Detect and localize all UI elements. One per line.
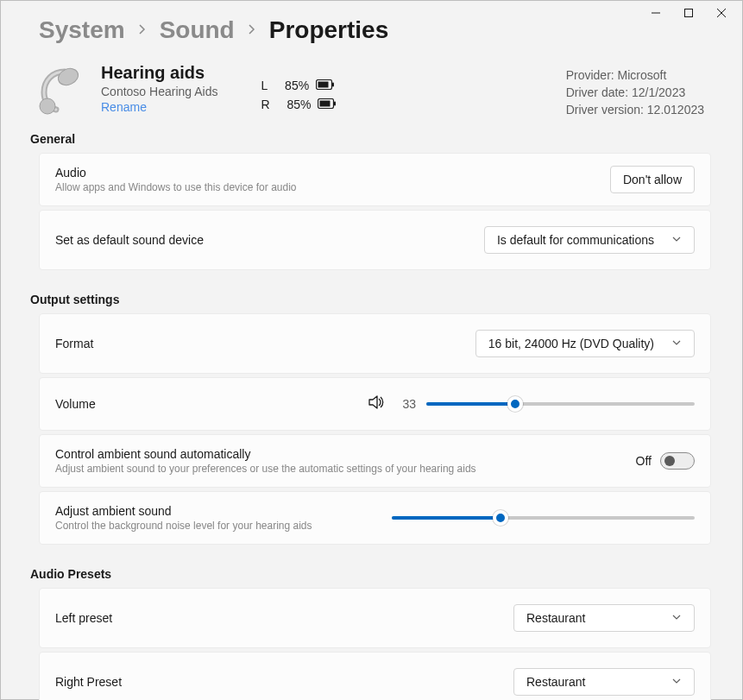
driver-date: Driver date: 12/1/2023 bbox=[566, 85, 704, 99]
breadcrumb: System Sound Properties bbox=[39, 16, 711, 44]
svg-rect-10 bbox=[320, 101, 331, 107]
battery-right-label: R bbox=[261, 98, 269, 111]
ambient-adjust-title: Adjust ambient sound bbox=[55, 504, 392, 518]
ambient-auto-toggle[interactable] bbox=[660, 452, 695, 470]
battery-left-label: L bbox=[261, 79, 268, 92]
maximize-button[interactable] bbox=[673, 1, 704, 25]
window: System Sound Properties Hearing aids bbox=[0, 0, 743, 700]
breadcrumb-sound[interactable]: Sound bbox=[160, 16, 235, 44]
chevron-right-icon bbox=[137, 22, 148, 38]
ambient-adjust-card: Adjust ambient sound Control the backgro… bbox=[39, 491, 711, 545]
section-presets-title: Audio Presets bbox=[30, 567, 711, 581]
left-preset-select[interactable]: Restaurant bbox=[513, 604, 695, 632]
minimize-button[interactable] bbox=[640, 1, 671, 25]
right-preset-value: Restaurant bbox=[526, 675, 585, 689]
default-device-card: Set as default sound device Is default f… bbox=[39, 210, 711, 270]
default-device-value: Is default for communications bbox=[497, 233, 654, 247]
chevron-down-icon bbox=[671, 337, 682, 350]
volume-card: Volume 33 bbox=[39, 377, 711, 431]
default-device-title: Set as default sound device bbox=[55, 233, 484, 247]
chevron-down-icon bbox=[671, 611, 682, 625]
right-preset-title: Right Preset bbox=[55, 675, 513, 689]
right-preset-select[interactable]: Restaurant bbox=[513, 668, 695, 696]
battery-icon bbox=[318, 98, 337, 111]
audio-card: Audio Allow apps and Windows to use this… bbox=[39, 153, 711, 206]
audio-title: Audio bbox=[55, 166, 610, 180]
device-name: Hearing aids bbox=[101, 63, 217, 83]
right-preset-card: Right Preset Restaurant bbox=[39, 652, 711, 700]
driver-version: Driver version: 12.012023 bbox=[566, 103, 704, 117]
breadcrumb-system[interactable]: System bbox=[39, 16, 125, 44]
audio-subtitle: Allow apps and Windows to use this devic… bbox=[55, 181, 610, 193]
volume-value: 33 bbox=[395, 397, 416, 411]
volume-slider[interactable] bbox=[426, 395, 695, 413]
left-preset-title: Left preset bbox=[55, 611, 513, 625]
format-value: 16 bit, 24000 Hz (DVD Quality) bbox=[488, 337, 654, 350]
titlebar bbox=[635, 1, 742, 25]
battery-status: L 85% R 85% bbox=[261, 79, 337, 111]
svg-rect-11 bbox=[334, 102, 336, 106]
default-device-select[interactable]: Is default for communications bbox=[484, 226, 695, 254]
device-brand: Contoso Hearing Aids bbox=[101, 85, 217, 98]
chevron-down-icon bbox=[671, 675, 682, 689]
hearing-aid-icon bbox=[32, 65, 84, 117]
section-output-title: Output settings bbox=[30, 293, 711, 306]
battery-left-value: 85% bbox=[285, 79, 309, 92]
ambient-adjust-subtitle: Control the background noise level for y… bbox=[55, 520, 392, 532]
ambient-auto-card: Control ambient sound automatically Adju… bbox=[39, 434, 711, 488]
format-card: Format 16 bit, 24000 Hz (DVD Quality) bbox=[39, 313, 711, 374]
rename-link[interactable]: Rename bbox=[101, 100, 217, 114]
ambient-auto-title: Control ambient sound automatically bbox=[55, 447, 636, 461]
format-title: Format bbox=[55, 337, 475, 350]
svg-point-5 bbox=[40, 98, 55, 114]
left-preset-value: Restaurant bbox=[526, 611, 585, 625]
chevron-right-icon bbox=[247, 22, 257, 38]
chevron-down-icon bbox=[671, 233, 682, 247]
left-preset-card: Left preset Restaurant bbox=[39, 588, 711, 648]
svg-point-4 bbox=[55, 66, 80, 88]
ambient-auto-state: Off bbox=[636, 454, 652, 468]
battery-right-value: 85% bbox=[286, 98, 311, 111]
speaker-icon[interactable] bbox=[368, 394, 385, 414]
ambient-auto-subtitle: Adjust ambient sound to your preferences… bbox=[55, 463, 636, 475]
svg-rect-8 bbox=[332, 83, 334, 87]
svg-rect-1 bbox=[685, 9, 693, 17]
volume-title: Volume bbox=[55, 397, 357, 411]
driver-provider: Provider: Microsoft bbox=[566, 68, 704, 82]
device-header: Hearing aids Contoso Hearing Aids Rename… bbox=[32, 63, 711, 117]
battery-icon bbox=[316, 79, 335, 92]
svg-rect-7 bbox=[318, 82, 329, 88]
dont-allow-button[interactable]: Don't allow bbox=[610, 166, 695, 193]
section-general-title: General bbox=[30, 132, 711, 146]
format-select[interactable]: 16 bit, 24000 Hz (DVD Quality) bbox=[475, 330, 695, 357]
driver-info: Provider: Microsoft Driver date: 12/1/20… bbox=[566, 68, 711, 117]
close-button[interactable] bbox=[706, 1, 737, 25]
ambient-slider[interactable] bbox=[392, 509, 695, 527]
breadcrumb-properties: Properties bbox=[269, 16, 389, 44]
